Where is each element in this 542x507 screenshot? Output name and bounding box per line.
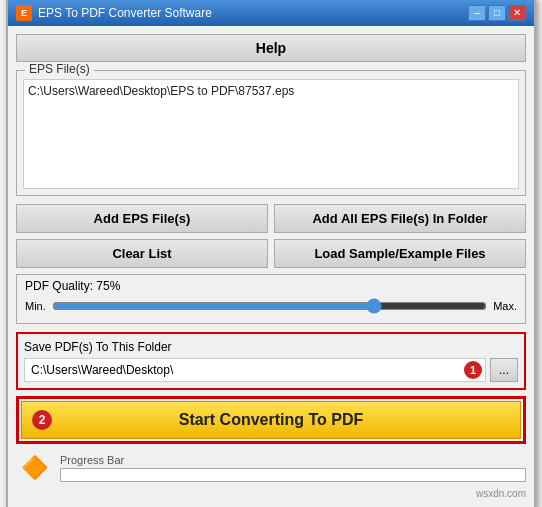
titlebar: E EPS To PDF Converter Software – □ ✕ <box>8 0 534 26</box>
convert-button[interactable]: 2 Start Converting To PDF <box>21 401 521 439</box>
badge-2: 2 <box>32 410 52 430</box>
list-item: C:\Users\Wareed\Desktop\EPS to PDF\87537… <box>28 84 514 98</box>
help-button[interactable]: Help <box>16 34 526 62</box>
badge-1: 1 <box>464 361 482 379</box>
progress-section: 🔶 Progress Bar <box>16 450 526 486</box>
load-sample-button[interactable]: Load Sample/Example Files <box>274 239 526 268</box>
close-button[interactable]: ✕ <box>508 5 526 21</box>
slider-row: Min. Max. <box>25 297 517 315</box>
save-path-container: 1 <box>24 358 486 382</box>
add-all-button[interactable]: Add All EPS File(s) In Folder <box>274 204 526 233</box>
quality-slider[interactable] <box>52 297 487 315</box>
convert-label: Start Converting To PDF <box>179 411 364 429</box>
quality-section: PDF Quality: 75% Min. Max. <box>16 274 526 324</box>
clear-load-row: Clear List Load Sample/Example Files <box>16 239 526 268</box>
add-eps-button[interactable]: Add EPS File(s) <box>16 204 268 233</box>
save-section: Save PDF(s) To This Folder 1 ... <box>16 332 526 390</box>
app-logo: 🔶 <box>16 450 52 486</box>
titlebar-title: E EPS To PDF Converter Software <box>16 5 212 21</box>
maximize-button[interactable]: □ <box>488 5 506 21</box>
file-list[interactable]: C:\Users\Wareed\Desktop\EPS to PDF\87537… <box>23 79 519 189</box>
app-window: E EPS To PDF Converter Software – □ ✕ He… <box>6 0 536 507</box>
progress-bar <box>60 468 526 482</box>
progress-label: Progress Bar <box>60 454 526 466</box>
save-label: Save PDF(s) To This Folder <box>24 340 518 354</box>
watermark: wsxdn.com <box>16 488 526 499</box>
max-label: Max. <box>493 300 517 312</box>
save-path-input[interactable] <box>24 358 486 382</box>
clear-list-button[interactable]: Clear List <box>16 239 268 268</box>
minimize-button[interactable]: – <box>468 5 486 21</box>
browse-button[interactable]: ... <box>490 358 518 382</box>
min-label: Min. <box>25 300 46 312</box>
eps-files-label: EPS File(s) <box>25 62 94 76</box>
quality-label: PDF Quality: 75% <box>25 279 517 293</box>
titlebar-controls: – □ ✕ <box>468 5 526 21</box>
main-content: Help EPS File(s) C:\Users\Wareed\Desktop… <box>8 26 534 507</box>
app-icon: E <box>16 5 32 21</box>
window-title: EPS To PDF Converter Software <box>38 6 212 20</box>
eps-files-group: EPS File(s) C:\Users\Wareed\Desktop\EPS … <box>16 70 526 196</box>
add-buttons-row: Add EPS File(s) Add All EPS File(s) In F… <box>16 204 526 233</box>
progress-bar-container: Progress Bar <box>60 454 526 482</box>
convert-button-wrapper: 2 Start Converting To PDF <box>16 396 526 444</box>
save-input-row: 1 ... <box>24 358 518 382</box>
